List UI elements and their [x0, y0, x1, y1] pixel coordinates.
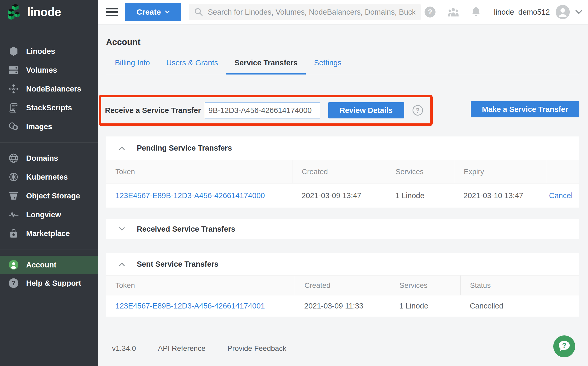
sidebar-item-marketplace[interactable]: Marketplace [0, 224, 98, 243]
account-avatar-icon [8, 260, 19, 270]
linode-hexagon-icon [8, 46, 19, 56]
provide-feedback-link[interactable]: Provide Feedback [227, 344, 286, 353]
svg-text:?: ? [12, 280, 15, 287]
sidebar-group-services: Domains Kubernetes [0, 142, 98, 249]
transfer-services: 1 Linode [386, 184, 454, 208]
user-menu[interactable]: linode_demo512 [494, 5, 582, 19]
notifications-button[interactable] [471, 6, 481, 18]
pending-transfers-panel: Pending Service Transfers Token Created … [106, 136, 579, 208]
caret-up-icon [119, 146, 125, 150]
search-input[interactable] [208, 8, 415, 16]
api-reference-link[interactable]: API Reference [158, 344, 205, 353]
received-panel-toggle[interactable]: Received Service Transfers [106, 219, 579, 239]
page-title: Account [106, 37, 579, 47]
bucket-icon [8, 191, 19, 201]
pending-table-header: Token Created Services Expiry [106, 160, 579, 183]
make-service-transfer-button[interactable]: Make a Service Transfer [471, 101, 579, 117]
community-button[interactable] [447, 6, 460, 18]
transfer-token-link[interactable]: 123E4567-E89B-12D3-A456-426614174001 [115, 302, 265, 310]
username: linode_demo512 [494, 8, 550, 16]
linode-logo-icon [7, 3, 22, 21]
globe-icon [8, 153, 19, 163]
main-area: Create ? [98, 0, 588, 366]
linode-cloud-manager: linode Linodes Volumes [0, 0, 588, 366]
stackscripts-icon [8, 102, 19, 113]
bell-icon [471, 6, 481, 18]
sidebar-item-domains[interactable]: Domains [0, 149, 98, 168]
sidebar-item-nodebalancers[interactable]: NodeBalancers [0, 79, 98, 98]
column-header-status: Status [460, 276, 579, 295]
cancel-transfer-link[interactable]: Cancel [549, 191, 573, 200]
sent-transfer-row: 123E4567-E89B-12D3-A456-426614174001 202… [106, 295, 579, 317]
volumes-icon [8, 66, 19, 75]
search-icon [194, 8, 203, 16]
column-header-created: Created [292, 160, 386, 183]
search-box [189, 4, 421, 20]
sidebar-item-account[interactable]: Account [0, 256, 98, 274]
sidebar-item-stackscripts[interactable]: StackScripts [0, 98, 98, 117]
column-header-token: Token [106, 276, 295, 295]
sent-table-header: Token Created Services Status [106, 275, 579, 295]
transfer-token-input[interactable] [205, 102, 320, 118]
help-tooltip-icon[interactable]: ? [413, 105, 423, 116]
transfer-created: 2021-03-09 13:47 [292, 184, 386, 208]
review-details-button[interactable]: Review Details [328, 102, 404, 118]
pending-panel-title: Pending Service Transfers [137, 144, 232, 152]
tab-users-grants[interactable]: Users & Grants [166, 59, 218, 74]
tab-service-transfers[interactable]: Service Transfers [234, 59, 298, 74]
create-button[interactable]: Create [125, 3, 181, 21]
help-chat-button[interactable]: ? [553, 335, 575, 358]
svg-text:?: ? [562, 342, 567, 350]
caret-up-icon [119, 262, 125, 266]
sidebar: linode Linodes Volumes [0, 0, 98, 366]
sidebar-item-longview[interactable]: Longview [0, 205, 98, 224]
transfer-created: 2021-03-09 11:33 [295, 295, 390, 317]
transfer-token-link[interactable]: 123E4567-E89B-12D3-A456-426614174000 [115, 191, 265, 200]
linode-logo[interactable]: linode [0, 0, 98, 24]
sidebar-nav: Linodes Volumes [0, 24, 98, 299]
sidebar-item-object-storage[interactable]: Object Storage [0, 186, 98, 205]
pending-panel-toggle[interactable]: Pending Service Transfers [106, 136, 579, 160]
service-transfer-actions-row: Receive a Service Transfer Review Detail… [106, 95, 579, 126]
sidebar-group-compute: Linodes Volumes [0, 24, 98, 142]
account-tabs: Billing Info Users & Grants Service Tran… [106, 59, 579, 74]
users-group-icon [447, 6, 460, 18]
transfer-expiry: 2021-03-10 13:47 [454, 184, 547, 208]
hamburger-menu-icon[interactable] [106, 7, 118, 17]
version-link[interactable]: v1.34.0 [112, 344, 136, 353]
tab-billing-info[interactable]: Billing Info [115, 59, 150, 74]
received-panel-title: Received Service Transfers [137, 225, 235, 233]
column-header-created: Created [295, 276, 390, 295]
column-header-token: Token [106, 160, 292, 183]
help-button[interactable]: ? [424, 6, 436, 18]
chevron-down-icon [575, 10, 582, 14]
chat-help-bubble-icon: ? [553, 335, 575, 358]
receive-transfer-label: Receive a Service Transfer [105, 106, 201, 115]
column-header-services: Services [386, 160, 454, 183]
help-circle-icon: ? [424, 6, 436, 18]
svg-text:?: ? [428, 8, 432, 16]
chevron-down-icon [165, 10, 170, 14]
avatar [556, 5, 570, 19]
sidebar-item-images[interactable]: Images [0, 117, 98, 136]
pulse-icon [8, 211, 19, 219]
received-transfers-panel: Received Service Transfers [106, 219, 579, 239]
sent-panel-title: Sent Service Transfers [137, 260, 219, 268]
red-annotation-highlight: Receive a Service Transfer Review Detail… [99, 95, 433, 126]
linode-logo-text: linode [27, 5, 61, 19]
sent-panel-toggle[interactable]: Sent Service Transfers [106, 253, 579, 275]
tab-settings[interactable]: Settings [314, 59, 342, 74]
sidebar-item-kubernetes[interactable]: Kubernetes [0, 168, 98, 186]
transfer-services: 1 Linode [390, 295, 460, 317]
topbar: Create ? [98, 0, 588, 24]
column-header-services: Services [390, 276, 460, 295]
footer: v1.34.0 API Reference Provide Feedback [106, 344, 579, 353]
caret-down-icon [119, 227, 125, 231]
sidebar-item-linodes[interactable]: Linodes [0, 42, 98, 61]
sent-transfers-panel: Sent Service Transfers Token Created Ser… [106, 253, 579, 317]
help-circle-icon: ? [8, 278, 19, 288]
sidebar-item-help-support[interactable]: ? Help & Support [0, 274, 98, 292]
transfer-status: Cancelled [460, 295, 579, 317]
sidebar-item-volumes[interactable]: Volumes [0, 61, 98, 79]
shopping-bag-icon [8, 228, 19, 238]
